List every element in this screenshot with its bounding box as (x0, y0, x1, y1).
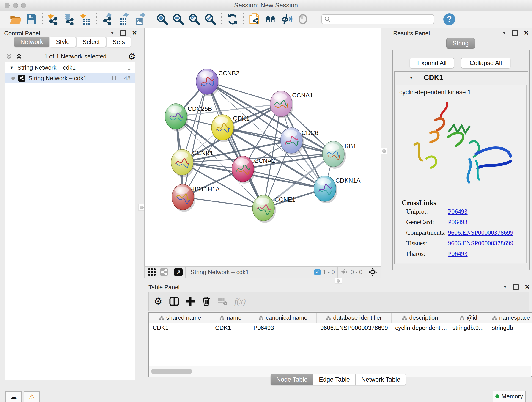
export-network-button[interactable] (101, 13, 114, 26)
tab-node-table[interactable]: Node Table (271, 374, 313, 385)
memory-status-dot (495, 395, 499, 398)
crosslink-link[interactable]: P06493 (448, 208, 468, 218)
grid-view-icon[interactable] (148, 268, 156, 276)
node-CDK1[interactable]: CDK1 (211, 115, 249, 142)
column-header-namespace[interactable]: namespace (488, 313, 532, 323)
cloud-button[interactable]: ☁ (6, 391, 22, 402)
collection-expand-icon[interactable]: ▼ (10, 65, 14, 70)
tab-select[interactable]: Select (76, 37, 106, 47)
export-image-icon (134, 13, 146, 25)
search-input[interactable] (331, 16, 428, 23)
network-item-label: String Network – cdk1 (28, 75, 111, 82)
tab-sets[interactable]: Sets (106, 37, 131, 47)
zoom-fit-button[interactable] (188, 13, 201, 26)
edge-CCNB2-HIST1H1A[interactable] (183, 82, 207, 197)
column-header-database-identifier[interactable]: database identifier (317, 313, 392, 323)
table-row[interactable]: CDK1CDK1P064939606.ENSP00000378699cyclin… (149, 323, 532, 332)
export-table-icon (118, 13, 130, 25)
fit-selected-crosshair-icon[interactable] (368, 268, 377, 277)
table-options-gear-icon[interactable]: ⚙ (154, 297, 162, 306)
close-panel-icon[interactable]: ✕ (132, 31, 137, 35)
zoom-selected-button[interactable] (204, 13, 217, 26)
export-table-button[interactable] (118, 13, 130, 26)
network-view-title: String Network – cdk1 (191, 269, 314, 276)
node-RB1[interactable]: RB1 (322, 141, 356, 169)
tab-style[interactable]: Style (50, 37, 76, 47)
close-panel-icon[interactable]: ✕ (525, 285, 530, 289)
scrollbar-thumb[interactable] (151, 369, 192, 374)
float-menu-icon[interactable]: ▼ (502, 31, 506, 36)
tab-string[interactable]: String (446, 38, 475, 49)
tab-network[interactable]: Network (14, 37, 49, 47)
help-button[interactable]: ? (443, 13, 455, 25)
show-all-button[interactable] (297, 13, 309, 26)
crosslink-link[interactable]: P06493 (448, 218, 468, 229)
table-cell[interactable]: stringdb (488, 323, 532, 332)
selected-checkbox-icon[interactable]: ✓ (314, 269, 321, 275)
close-panel-icon[interactable]: ✕ (524, 31, 529, 35)
column-header--id[interactable]: @id (449, 313, 488, 323)
new-network-from-selection-button[interactable] (248, 13, 261, 26)
crosslink-link[interactable]: P06493 (448, 250, 468, 261)
collapse-all-networks-icon[interactable] (5, 52, 13, 60)
add-column-icon[interactable] (186, 297, 195, 306)
node-CDKN1A[interactable]: CDKN1A (314, 176, 361, 203)
table-cell[interactable]: CDK1 (149, 323, 211, 332)
collapse-all-button[interactable]: Collapse All (461, 58, 510, 68)
network-collection-row[interactable]: ▼ String Network – cdk1 1 (6, 62, 135, 73)
import-network-file-button[interactable] (47, 13, 60, 26)
first-neighbors-button[interactable] (264, 13, 277, 26)
expand-all-networks-icon[interactable] (15, 52, 23, 60)
open-session-button[interactable] (9, 13, 22, 26)
left-splitter-handle[interactable] (138, 204, 145, 211)
node-HIST1H1A[interactable]: HIST1H1A (172, 184, 220, 212)
entry-header[interactable]: ▼ CDK1 (394, 71, 528, 84)
entry-expand-icon[interactable]: ▼ (409, 75, 413, 80)
right-splitter-handle[interactable] (381, 148, 387, 154)
table-cell[interactable]: P06493 (250, 323, 317, 332)
tab-edge-table[interactable]: Edge Table (313, 374, 355, 385)
network-options-gear-icon[interactable]: ⚙ (128, 52, 136, 61)
export-image-button[interactable] (133, 13, 146, 26)
hide-selected-button[interactable] (280, 13, 293, 26)
show-columns-icon[interactable] (169, 297, 179, 306)
column-header-description[interactable]: description (392, 313, 449, 323)
node-CCNB2[interactable]: CCNB2 (196, 69, 239, 96)
network-selection-summary: 1 of 1 Network selected (23, 53, 128, 60)
float-window-icon[interactable] (513, 284, 519, 290)
network-share-view-icon[interactable] (160, 268, 168, 276)
table-cell[interactable]: cyclin-dependent ... (392, 323, 449, 332)
warnings-button[interactable]: ⚠ (24, 391, 40, 402)
zoom-in-button[interactable] (156, 13, 169, 26)
apply-layout-button[interactable] (226, 13, 239, 26)
table-cell[interactable]: 9606.ENSP00000378699 (317, 323, 392, 332)
expand-all-button[interactable]: Expand All (410, 58, 454, 68)
delete-column-trash-icon[interactable] (202, 297, 210, 306)
delete-table-icon (217, 297, 228, 306)
network-item-row[interactable]: String Network – cdk1 11 48 (6, 73, 135, 83)
toolbar-search[interactable] (322, 14, 434, 24)
import-table-file-button[interactable] (79, 13, 92, 26)
tab-network-table[interactable]: Network Table (355, 374, 406, 385)
column-header-shared-name[interactable]: shared name (149, 313, 211, 323)
network-canvas[interactable]: CCNB2CCNA1CDC25BCDK1CDC6RB1CCNB1CCNA2CDK… (144, 28, 381, 266)
save-session-button[interactable] (25, 13, 38, 26)
zoom-out-button[interactable] (172, 13, 185, 26)
import-network-database-button[interactable] (63, 13, 76, 26)
column-header-name[interactable]: name (211, 313, 250, 323)
crosslink-link[interactable]: 9606.ENSP00000378699 (448, 229, 513, 240)
float-menu-icon[interactable]: ▼ (503, 285, 507, 289)
float-window-icon[interactable] (512, 30, 518, 36)
birdseye-view-icon[interactable]: ↗ (174, 268, 183, 276)
node-CCNB1[interactable]: CCNB1 (171, 149, 213, 177)
horizontal-splitter-handle[interactable] (335, 278, 342, 283)
memory-button[interactable]: Memory (493, 390, 526, 402)
crosslink-link[interactable]: 9606.ENSP00000378699 (448, 240, 513, 250)
float-menu-icon[interactable]: ▼ (110, 31, 114, 36)
hidden-eye-icon (341, 268, 348, 276)
column-header-canonical-name[interactable]: canonical name (250, 313, 317, 323)
table-cell[interactable]: CDK1 (211, 323, 250, 332)
function-builder-icon[interactable]: f(x) (234, 297, 246, 306)
float-window-icon[interactable] (120, 30, 126, 36)
table-cell[interactable]: stringdb:9... (449, 323, 488, 332)
